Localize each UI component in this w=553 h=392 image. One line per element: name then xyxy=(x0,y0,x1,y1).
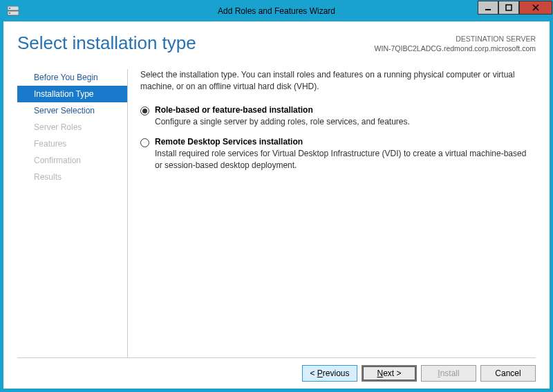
radio-role-based[interactable] xyxy=(140,106,149,115)
option-text: Role-based or feature-based installation… xyxy=(155,105,532,128)
nav-confirmation: Confirmation xyxy=(17,152,127,169)
svg-point-3 xyxy=(9,12,10,14)
option-remote-desktop[interactable]: Remote Desktop Services installation Ins… xyxy=(140,137,532,171)
radio-remote-desktop[interactable] xyxy=(140,138,149,147)
window-controls xyxy=(478,1,552,15)
option-title: Remote Desktop Services installation xyxy=(155,137,532,147)
previous-button[interactable]: < Previous xyxy=(302,365,357,382)
option-title: Role-based or feature-based installation xyxy=(155,105,532,115)
window-title: Add Roles and Features Wizard xyxy=(1,6,552,16)
minimize-button[interactable] xyxy=(478,1,498,15)
intro-text: Select the installation type. You can in… xyxy=(140,69,532,93)
nav-results: Results xyxy=(17,169,127,185)
svg-point-2 xyxy=(9,8,10,9)
install-button: Install xyxy=(421,365,476,382)
content-area: Select installation type DESTINATION SER… xyxy=(1,21,552,391)
destination-block: DESTINATION SERVER WIN-7QIBC2LADCG.redmo… xyxy=(375,34,536,53)
destination-value: WIN-7QIBC2LADCG.redmond.corp.microsoft.c… xyxy=(375,44,536,53)
body-row: Before You Begin Installation Type Serve… xyxy=(17,69,536,357)
option-text: Remote Desktop Services installation Ins… xyxy=(155,137,532,171)
titlebar: Add Roles and Features Wizard xyxy=(1,1,552,21)
option-desc: Install required role services for Virtu… xyxy=(155,148,532,171)
option-desc: Configure a single server by adding role… xyxy=(155,116,532,128)
nav-features: Features xyxy=(17,136,127,152)
nav-installation-type[interactable]: Installation Type xyxy=(17,86,127,102)
wizard-sidebar: Before You Begin Installation Type Serve… xyxy=(17,69,128,357)
destination-label: DESTINATION SERVER xyxy=(375,34,536,44)
next-button[interactable]: Next > xyxy=(362,365,417,382)
footer-buttons: < Previous Next > Install Cancel xyxy=(17,357,536,382)
page-title: Select installation type xyxy=(17,32,196,54)
nav-before-you-begin[interactable]: Before You Begin xyxy=(17,69,127,86)
main-panel: Select the installation type. You can in… xyxy=(128,69,536,357)
maximize-button[interactable] xyxy=(498,1,519,15)
wizard-window: Add Roles and Features Wizard Select ins… xyxy=(0,0,553,392)
close-button[interactable] xyxy=(519,1,552,15)
nav-server-roles: Server Roles xyxy=(17,119,127,136)
nav-server-selection[interactable]: Server Selection xyxy=(17,102,127,119)
cancel-button[interactable]: Cancel xyxy=(480,365,536,382)
header-row: Select installation type DESTINATION SER… xyxy=(17,32,536,54)
option-role-based[interactable]: Role-based or feature-based installation… xyxy=(140,105,532,128)
svg-rect-5 xyxy=(506,5,512,10)
server-manager-icon xyxy=(5,3,21,19)
